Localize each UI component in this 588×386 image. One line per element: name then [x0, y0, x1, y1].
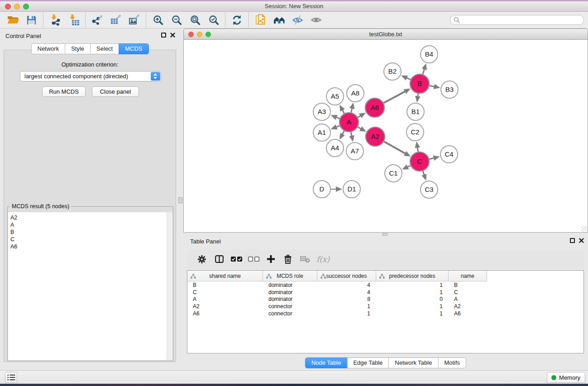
delete-row-button[interactable]: [279, 252, 296, 267]
tab-network[interactable]: Network: [31, 43, 65, 54]
node-D[interactable]: D: [313, 181, 330, 198]
table-cell[interactable]: A6: [187, 310, 263, 317]
add-row-button[interactable]: [262, 252, 279, 267]
zoom-selected-button[interactable]: [204, 13, 223, 27]
node-C4[interactable]: C4: [440, 146, 458, 163]
show-columns-button[interactable]: [210, 252, 228, 267]
edge-A2-C[interactable]: [384, 142, 409, 156]
zoom-in-button[interactable]: [148, 13, 167, 27]
table-cell[interactable]: C: [187, 289, 263, 295]
tab-mcds[interactable]: MCDS: [119, 43, 148, 54]
table-cell[interactable]: dominator: [263, 282, 317, 288]
edge-B-B3[interactable]: [430, 86, 439, 87]
function-builder-button[interactable]: f(x): [316, 255, 330, 264]
edge-C-C2[interactable]: [417, 143, 418, 152]
mcds-result-item[interactable]: B: [10, 229, 172, 236]
table-cell[interactable]: A: [187, 296, 263, 302]
table-panel-close-button[interactable]: [579, 238, 584, 243]
node-C3[interactable]: C3: [421, 181, 438, 198]
table-row[interactable]: Bdominator41B: [187, 281, 583, 289]
mcds-result-item[interactable]: A2: [10, 214, 172, 221]
node-D1[interactable]: D1: [343, 181, 360, 198]
table-cell[interactable]: A2: [187, 303, 263, 310]
column-header-name[interactable]: name: [449, 271, 487, 281]
new-network-from-selection-button[interactable]: [251, 13, 270, 27]
table-cell[interactable]: C: [449, 289, 487, 295]
edge-A-A7[interactable]: [351, 132, 353, 140]
node-C1[interactable]: C1: [385, 165, 402, 182]
zoom-out-button[interactable]: [167, 13, 186, 27]
mcds-result-item[interactable]: A: [10, 221, 172, 229]
edge-A-A1[interactable]: [332, 126, 339, 129]
edge-A-A3[interactable]: [332, 116, 339, 119]
table-cell[interactable]: 1: [317, 303, 376, 310]
table-cell[interactable]: 8: [317, 296, 376, 302]
network-window-titlebar[interactable]: testGlobe.txt: [183, 29, 588, 40]
edge-C-C3[interactable]: [423, 171, 425, 179]
node-A5[interactable]: A5: [326, 88, 344, 105]
table-row[interactable]: A6connector11A6: [187, 310, 583, 317]
node-A8[interactable]: A8: [347, 85, 364, 102]
tab-edge-table[interactable]: Edge Table: [347, 357, 389, 368]
tab-motifs[interactable]: Motifs: [438, 357, 466, 368]
network-zoom-button[interactable]: [206, 32, 211, 37]
table-cell[interactable]: A: [449, 296, 487, 302]
column-header-MCDS-role[interactable]: MCDS role: [263, 271, 317, 281]
memory-button[interactable]: Memory: [547, 372, 585, 383]
network-minimize-button[interactable]: [197, 32, 202, 37]
tab-style[interactable]: Style: [65, 43, 91, 54]
column-header-predecessor-nodes[interactable]: predecessor nodes: [376, 271, 449, 281]
deselect-all-columns-button[interactable]: [245, 252, 262, 267]
mcds-result-list[interactable]: A2ABCA6: [8, 212, 172, 360]
node-A6[interactable]: A6: [365, 98, 384, 117]
node-B1[interactable]: B1: [407, 103, 424, 120]
table-cell[interactable]: 0: [376, 296, 449, 302]
list-scrollbar[interactable]: [167, 212, 172, 360]
edge-C-C1[interactable]: [404, 166, 411, 169]
node-table[interactable]: shared nameMCDS rolesuccessor nodesprede…: [187, 270, 584, 353]
table-cell[interactable]: dominator: [263, 296, 317, 302]
tab-network-table[interactable]: Network Table: [388, 357, 438, 368]
export-table-button[interactable]: [106, 13, 125, 27]
table-cell[interactable]: A2: [449, 303, 487, 310]
node-A1[interactable]: A1: [313, 124, 330, 141]
zoom-window-button[interactable]: [23, 4, 29, 10]
vertical-split-handle[interactable]: [178, 197, 182, 203]
node-A[interactable]: A: [339, 113, 359, 132]
edge-A6-B[interactable]: [383, 90, 409, 103]
edge-A-A5[interactable]: [340, 106, 344, 114]
window-resize-grip[interactable]: [581, 226, 587, 232]
column-header-successor-nodes[interactable]: successor nodes: [317, 271, 376, 281]
import-table-button[interactable]: [64, 13, 83, 27]
select-all-columns-button[interactable]: [228, 252, 245, 267]
run-mcds-button[interactable]: Run MCDS: [42, 86, 86, 97]
node-C2[interactable]: C2: [406, 124, 424, 141]
control-panel-float-button[interactable]: [161, 33, 166, 38]
node-B3[interactable]: B3: [441, 81, 458, 98]
node-B[interactable]: B: [410, 74, 429, 93]
table-row[interactable]: Cdominator41C: [187, 289, 583, 296]
task-history-button[interactable]: [5, 372, 17, 383]
table-cell[interactable]: connector: [263, 310, 317, 317]
close-window-button[interactable]: [5, 4, 11, 10]
zoom-fit-button[interactable]: [186, 13, 204, 27]
table-cell[interactable]: 4: [317, 289, 376, 295]
table-settings-button[interactable]: [193, 252, 210, 267]
criterion-select[interactable]: largest connected component (directed): [20, 71, 161, 81]
table-panel-float-button[interactable]: [570, 238, 575, 243]
hide-selected-button[interactable]: [288, 13, 307, 27]
node-B4[interactable]: B4: [421, 46, 438, 63]
search-input[interactable]: [462, 16, 583, 24]
node-A7[interactable]: A7: [346, 143, 363, 160]
table-cell[interactable]: 1: [376, 282, 449, 288]
control-panel-close-button[interactable]: [170, 33, 175, 38]
edge-A-A8[interactable]: [351, 104, 353, 112]
table-cell[interactable]: B: [187, 282, 263, 288]
table-cell[interactable]: 4: [317, 282, 376, 288]
export-network-button[interactable]: [88, 13, 106, 27]
network-close-button[interactable]: [188, 32, 194, 37]
column-header-shared-name[interactable]: shared name: [187, 271, 263, 281]
import-network-button[interactable]: [46, 13, 64, 27]
node-A3[interactable]: A3: [313, 103, 330, 120]
edge-C-C4[interactable]: [429, 157, 438, 159]
